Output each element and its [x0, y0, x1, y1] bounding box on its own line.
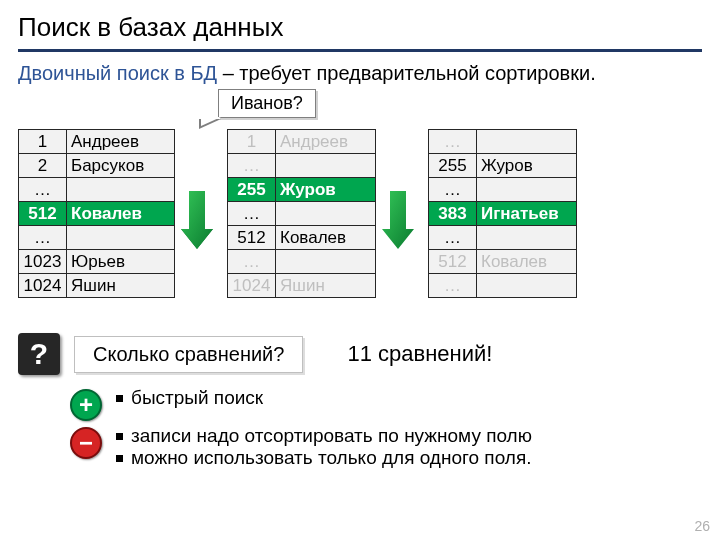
bullet-minus2-text: можно использовать только для одного пол…	[131, 447, 531, 468]
row-index: …	[228, 154, 276, 178]
table-row: …	[429, 226, 577, 250]
row-name	[276, 154, 376, 178]
table-row: …	[228, 202, 376, 226]
row-index: …	[228, 250, 276, 274]
table-row: 1024Яшин	[228, 274, 376, 298]
table-row: 1Андреев	[228, 130, 376, 154]
bullet-minus-row: − записи надо отсортировать по нужному п…	[70, 425, 702, 469]
row-name: Журов	[477, 154, 577, 178]
row-name	[477, 130, 577, 154]
row-index: 2	[19, 154, 67, 178]
row-index: 512	[19, 202, 67, 226]
table-row: …	[228, 154, 376, 178]
row-name	[67, 178, 175, 202]
table-row: 2Барсуков	[19, 154, 175, 178]
row-index: 512	[228, 226, 276, 250]
row-index: 383	[429, 202, 477, 226]
search-callout: Иванов?	[218, 89, 316, 118]
row-index: …	[429, 178, 477, 202]
row-name: Барсуков	[67, 154, 175, 178]
row-name: Ковалев	[276, 226, 376, 250]
page-title: Поиск в базах данных	[18, 12, 702, 43]
table-step3: …255Журов…383Игнатьев…512Ковалев…	[428, 129, 577, 298]
tables-row: 1Андреев2Барсуков…512Ковалев…1023Юрьев10…	[18, 129, 702, 319]
table-step2: 1Андреев…255Журов…512Ковалев…1024Яшин	[227, 129, 376, 298]
table-row: 1023Юрьев	[19, 250, 175, 274]
title-divider	[18, 49, 702, 52]
minus-icon: −	[70, 427, 102, 459]
row-index: 1023	[19, 250, 67, 274]
row-index: …	[429, 274, 477, 298]
row-name	[67, 226, 175, 250]
row-name: Яшин	[67, 274, 175, 298]
row-name	[477, 274, 577, 298]
row-name	[276, 250, 376, 274]
bullet-plus-row: + быстрый поиск	[70, 387, 702, 421]
bullet-minus1-text: записи надо отсортировать по нужному пол…	[131, 425, 532, 446]
question-icon: ?	[18, 333, 60, 375]
table-row: …	[429, 274, 577, 298]
row-index: 1024	[228, 274, 276, 298]
row-name: Ковалев	[67, 202, 175, 226]
row-name: Андреев	[67, 130, 175, 154]
table-row: …	[19, 178, 175, 202]
table-row: 1024Яшин	[19, 274, 175, 298]
question-row: ? Сколько сравнений? 11 сравнений!	[18, 333, 702, 375]
row-index: …	[19, 178, 67, 202]
page-number: 26	[694, 518, 710, 534]
table-row: 512Ковалев	[429, 250, 577, 274]
row-index: 512	[429, 250, 477, 274]
arrow1	[175, 129, 227, 319]
subtitle-highlight: Двоичный поиск в БД	[18, 62, 217, 84]
table-row: …	[228, 250, 376, 274]
row-index: …	[429, 226, 477, 250]
table-row: 383Игнатьев	[429, 202, 577, 226]
table-row: 255Журов	[228, 178, 376, 202]
row-name	[477, 178, 577, 202]
subtitle-rest: – требует предварительной сортировки.	[217, 62, 596, 84]
row-name: Журов	[276, 178, 376, 202]
table-row: …	[429, 178, 577, 202]
question-box: Сколько сравнений?	[74, 336, 303, 373]
answer-text: 11 сравнений!	[347, 341, 492, 367]
table-row: …	[429, 130, 577, 154]
table-row: 512Ковалев	[228, 226, 376, 250]
row-index: 1024	[19, 274, 67, 298]
table-row: 255Журов	[429, 154, 577, 178]
row-index: 255	[228, 178, 276, 202]
table-row: …	[19, 226, 175, 250]
row-name: Андреев	[276, 130, 376, 154]
row-name: Ковалев	[477, 250, 577, 274]
row-name: Яшин	[276, 274, 376, 298]
table-row: 512Ковалев	[19, 202, 175, 226]
table-row: 1Андреев	[19, 130, 175, 154]
subtitle: Двоичный поиск в БД – требует предварите…	[18, 62, 702, 85]
row-index: …	[19, 226, 67, 250]
arrow2	[376, 129, 428, 319]
row-name	[276, 202, 376, 226]
row-index: 1	[19, 130, 67, 154]
row-name: Юрьев	[67, 250, 175, 274]
table-step1: 1Андреев2Барсуков…512Ковалев…1023Юрьев10…	[18, 129, 175, 298]
row-index: …	[429, 130, 477, 154]
row-name	[477, 226, 577, 250]
row-index: 1	[228, 130, 276, 154]
row-index: …	[228, 202, 276, 226]
plus-icon: +	[70, 389, 102, 421]
row-name: Игнатьев	[477, 202, 577, 226]
row-index: 255	[429, 154, 477, 178]
bullet-plus-text: быстрый поиск	[131, 387, 263, 408]
